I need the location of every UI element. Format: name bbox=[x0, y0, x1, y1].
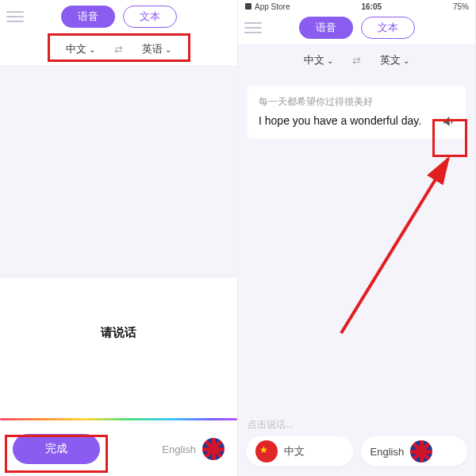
chevron-down-icon: ⌄ bbox=[165, 45, 171, 54]
tab-voice[interactable]: 语音 bbox=[299, 17, 353, 39]
svg-rect-0 bbox=[245, 3, 251, 10]
menu-icon[interactable] bbox=[6, 8, 24, 25]
mode-tabs: 语音 文本 bbox=[24, 6, 213, 28]
lang-to-label: 英文 bbox=[380, 53, 401, 67]
tab-voice[interactable]: 语音 bbox=[61, 6, 115, 28]
record-panel: 请说话 完成 English bbox=[0, 278, 237, 476]
chevron-down-icon: ⌄ bbox=[327, 56, 333, 65]
appstore-icon bbox=[244, 2, 252, 10]
mode-tabs: 语音 文本 bbox=[262, 17, 451, 39]
chevron-down-icon: ⌄ bbox=[89, 45, 95, 54]
status-bar: App Store 16:05 75% bbox=[238, 0, 475, 13]
lang-tab-cn-label: 中文 bbox=[284, 444, 305, 459]
flag-uk-icon bbox=[410, 440, 432, 463]
speak-prompt[interactable]: 点击说话... bbox=[248, 418, 466, 432]
status-battery: 75% bbox=[453, 2, 469, 11]
flag-uk-icon bbox=[202, 438, 225, 460]
bottom-row: 完成 English bbox=[0, 432, 237, 466]
lang-from-label: 中文 bbox=[66, 42, 86, 56]
lang-tab-en-label: English bbox=[370, 446, 405, 458]
lang-tabs: 中文 English bbox=[238, 436, 475, 471]
lang-to[interactable]: 英文 ⌄ bbox=[380, 53, 409, 67]
lang-tab-english[interactable]: English bbox=[361, 436, 468, 466]
english-label: English bbox=[162, 443, 196, 455]
left-pane: 语音 文本 中文 ⌄ ⇄ 英语 ⌄ 请说话 完成 English bbox=[0, 0, 238, 476]
topbar: 语音 文本 bbox=[0, 0, 237, 33]
done-button[interactable]: 完成 bbox=[13, 434, 100, 464]
tab-text[interactable]: 文本 bbox=[361, 17, 415, 39]
record-prompt: 请说话 bbox=[101, 325, 136, 340]
translation-card: 每一天都希望你过得很美好 I hope you have a wonderful… bbox=[248, 86, 466, 139]
chevron-down-icon: ⌄ bbox=[403, 56, 409, 65]
swap-icon[interactable]: ⇄ bbox=[352, 55, 361, 67]
swap-icon[interactable]: ⇄ bbox=[114, 44, 123, 56]
flag-cn-icon bbox=[255, 440, 278, 463]
lang-to[interactable]: 英语 ⌄ bbox=[142, 42, 171, 56]
english-indicator: English bbox=[162, 438, 225, 460]
annotation-arrow bbox=[301, 143, 460, 381]
menu-icon[interactable] bbox=[244, 19, 262, 36]
language-row: 中文 ⌄ ⇄ 英语 ⌄ bbox=[0, 33, 237, 65]
lang-from[interactable]: 中文 ⌄ bbox=[304, 53, 333, 67]
status-app: App Store bbox=[255, 2, 290, 11]
lang-to-label: 英语 bbox=[142, 42, 163, 56]
right-pane: App Store 16:05 75% 语音 文本 中文 ⌄ ⇄ 英文 ⌄ 每一… bbox=[238, 0, 476, 476]
svg-line-1 bbox=[341, 159, 448, 333]
waveform bbox=[0, 418, 237, 420]
lang-from[interactable]: 中文 ⌄ bbox=[66, 42, 95, 56]
lang-tab-chinese[interactable]: 中文 bbox=[246, 436, 353, 466]
language-row: 中文 ⌄ ⇄ 英文 ⌄ bbox=[238, 44, 475, 76]
status-time: 16:05 bbox=[361, 2, 382, 11]
speaker-icon[interactable] bbox=[437, 110, 459, 132]
source-text: 每一天都希望你过得很美好 bbox=[259, 95, 455, 109]
lang-from-label: 中文 bbox=[304, 53, 324, 67]
tab-text[interactable]: 文本 bbox=[123, 6, 177, 28]
target-text: I hope you have a wonderful day. bbox=[259, 113, 455, 129]
